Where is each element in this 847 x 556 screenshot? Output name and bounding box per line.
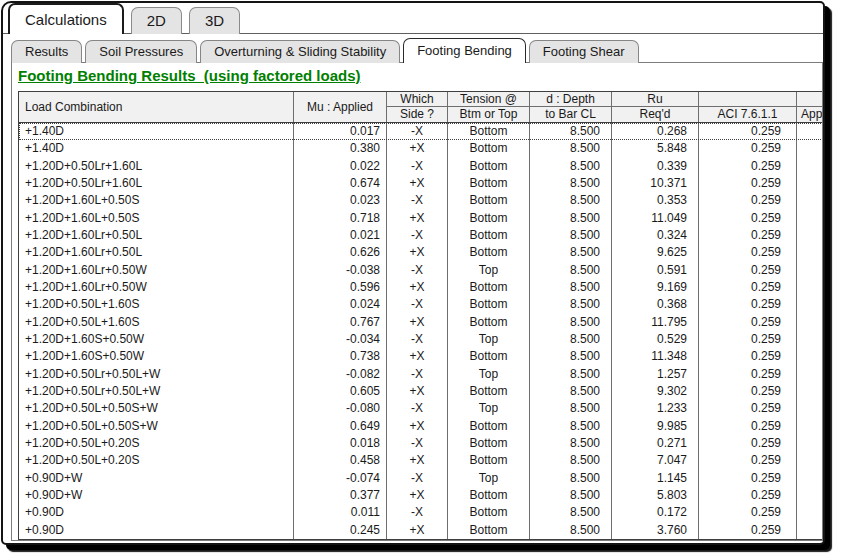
cell-app <box>797 210 823 227</box>
table-row[interactable]: +1.20D+0.50L+0.50S+W 0.649 +X Bottom 8.5… <box>19 418 823 435</box>
cell-aci: 0.259 <box>699 314 797 331</box>
table-row[interactable]: +0.90D 0.245 +X Bottom 8.500 3.760 0.259 <box>19 522 823 539</box>
cell-depth-to-bar: 8.500 <box>530 296 612 313</box>
cell-load-combination: +1.20D+0.50L+0.50S+W <box>19 418 294 435</box>
cell-aci: 0.259 <box>699 470 797 487</box>
cell-which-side: -X <box>387 123 448 140</box>
cell-mu-applied: 0.021 <box>294 227 387 244</box>
cell-load-combination: +1.20D+0.50Lr+1.60L <box>19 175 294 192</box>
table-row[interactable]: +1.20D+0.50L+0.20S 0.458 +X Bottom 8.500… <box>19 452 823 469</box>
cell-ru-reqd: 0.529 <box>612 331 699 348</box>
cell-load-combination: +1.40D <box>19 140 294 157</box>
table-row[interactable]: +1.20D+0.50Lr+1.60L 0.022 -X Bottom 8.50… <box>19 158 823 175</box>
cell-depth-to-bar: 8.500 <box>530 210 612 227</box>
table-row[interactable]: +1.20D+0.50L+1.60S 0.024 -X Bottom 8.500… <box>19 296 823 313</box>
table-row[interactable]: +1.20D+0.50Lr+1.60L 0.674 +X Bottom 8.50… <box>19 175 823 192</box>
cell-tension: Bottom <box>448 158 530 175</box>
cell-mu-applied: 0.023 <box>294 192 387 209</box>
cell-which-side: +X <box>387 140 448 157</box>
table-row[interactable]: +0.90D+W -0.074 -X Top 8.500 1.145 0.259 <box>19 470 823 487</box>
cell-mu-applied: 0.458 <box>294 452 387 469</box>
cell-aci: 0.259 <box>699 487 797 504</box>
cell-ru-reqd: 9.985 <box>612 418 699 435</box>
cell-app <box>797 400 823 417</box>
cell-which-side: -X <box>387 435 448 452</box>
cell-mu-applied: 0.674 <box>294 175 387 192</box>
cell-mu-applied: -0.074 <box>294 470 387 487</box>
cell-aci: 0.259 <box>699 262 797 279</box>
cell-which-side: -X <box>387 400 448 417</box>
table-row[interactable]: +1.40D 0.017 -X Bottom 8.500 0.268 0.259 <box>19 123 823 140</box>
cell-tension: Bottom <box>448 435 530 452</box>
cell-depth-to-bar: 8.500 <box>530 348 612 365</box>
col-header-mu-applied: Mu : Applied <box>294 92 387 122</box>
cell-tension: Bottom <box>448 296 530 313</box>
table-row[interactable]: +1.20D+0.50L+1.60S 0.767 +X Bottom 8.500… <box>19 314 823 331</box>
tab-3d[interactable]: 3D <box>189 7 240 34</box>
cell-depth-to-bar: 8.500 <box>530 158 612 175</box>
cell-load-combination: +1.40D <box>19 123 294 140</box>
table-row[interactable]: +1.20D+1.60Lr+0.50L 0.626 +X Bottom 8.50… <box>19 244 823 261</box>
table-row[interactable]: +1.20D+1.60S+0.50W 0.738 +X Bottom 8.500… <box>19 348 823 365</box>
col-header-ru-reqd: Ru Req'd <box>612 92 699 122</box>
cell-depth-to-bar: 8.500 <box>530 522 612 539</box>
cell-app <box>797 175 823 192</box>
cell-ru-reqd: 3.760 <box>612 522 699 539</box>
cell-ru-reqd: 0.271 <box>612 435 699 452</box>
cell-which-side: +X <box>387 314 448 331</box>
tab-footing-shear[interactable]: Footing Shear <box>529 40 639 63</box>
table-row[interactable]: +1.40D 0.380 +X Bottom 8.500 5.848 0.259 <box>19 140 823 157</box>
cell-load-combination: +1.20D+1.60Lr+0.50L <box>19 227 294 244</box>
tab-footing-bending[interactable]: Footing Bending <box>403 38 526 63</box>
cell-app <box>797 522 823 539</box>
cell-ru-reqd: 1.145 <box>612 470 699 487</box>
cell-which-side: +X <box>387 383 448 400</box>
cell-depth-to-bar: 8.500 <box>530 470 612 487</box>
cell-mu-applied: 0.024 <box>294 296 387 313</box>
cell-aci: 0.259 <box>699 227 797 244</box>
table-row[interactable]: +1.20D+1.60Lr+0.50W -0.038 -X Top 8.500 … <box>19 262 823 279</box>
cell-depth-to-bar: 8.500 <box>530 418 612 435</box>
cell-which-side: -X <box>387 227 448 244</box>
cell-depth-to-bar: 8.500 <box>530 192 612 209</box>
cell-depth-to-bar: 8.500 <box>530 400 612 417</box>
table-row[interactable]: +1.20D+1.60S+0.50W -0.034 -X Top 8.500 0… <box>19 331 823 348</box>
cell-mu-applied: -0.082 <box>294 366 387 383</box>
cell-tension: Bottom <box>448 244 530 261</box>
cell-tension: Top <box>448 331 530 348</box>
tab-calculations[interactable]: Calculations <box>8 3 124 34</box>
cell-app <box>797 452 823 469</box>
table-row[interactable]: +1.20D+1.60Lr+0.50L 0.021 -X Bottom 8.50… <box>19 227 823 244</box>
cell-mu-applied: -0.080 <box>294 400 387 417</box>
cell-tension: Bottom <box>448 227 530 244</box>
main-tab-strip: Calculations 2D 3D <box>3 3 823 34</box>
table-row[interactable]: +1.20D+0.50Lr+0.50L+W 0.605 +X Bottom 8.… <box>19 383 823 400</box>
cell-mu-applied: 0.022 <box>294 158 387 175</box>
cell-which-side: +X <box>387 175 448 192</box>
tab-results[interactable]: Results <box>11 40 82 63</box>
cell-aci: 0.259 <box>699 140 797 157</box>
table-row[interactable]: +1.20D+0.50L+0.20S 0.018 -X Bottom 8.500… <box>19 435 823 452</box>
cell-ru-reqd: 9.302 <box>612 383 699 400</box>
cell-ru-reqd: 7.047 <box>612 452 699 469</box>
table-row[interactable]: +1.20D+0.50L+0.50S+W -0.080 -X Top 8.500… <box>19 400 823 417</box>
tab-2d[interactable]: 2D <box>131 7 182 34</box>
cell-which-side: -X <box>387 470 448 487</box>
table-row[interactable]: +0.90D 0.011 -X Bottom 8.500 0.172 0.259 <box>19 504 823 521</box>
tab-soil-pressures[interactable]: Soil Pressures <box>85 40 197 63</box>
cell-aci: 0.259 <box>699 331 797 348</box>
cell-which-side: -X <box>387 331 448 348</box>
table-row[interactable]: +0.90D+W 0.377 +X Bottom 8.500 5.803 0.2… <box>19 487 823 504</box>
cell-app <box>797 383 823 400</box>
tab-overturning-sliding-stability[interactable]: Overturning & Sliding Stability <box>200 40 400 63</box>
table-row[interactable]: +1.20D+1.60L+0.50S 0.023 -X Bottom 8.500… <box>19 192 823 209</box>
cell-tension: Top <box>448 400 530 417</box>
cell-app <box>797 470 823 487</box>
table-row[interactable]: +1.20D+0.50Lr+0.50L+W -0.082 -X Top 8.50… <box>19 366 823 383</box>
cell-which-side: +X <box>387 452 448 469</box>
cell-mu-applied: 0.605 <box>294 383 387 400</box>
cell-load-combination: +1.20D+1.60L+0.50S <box>19 192 294 209</box>
table-row[interactable]: +1.20D+1.60Lr+0.50W 0.596 +X Bottom 8.50… <box>19 279 823 296</box>
cell-app <box>797 487 823 504</box>
table-row[interactable]: +1.20D+1.60L+0.50S 0.718 +X Bottom 8.500… <box>19 210 823 227</box>
